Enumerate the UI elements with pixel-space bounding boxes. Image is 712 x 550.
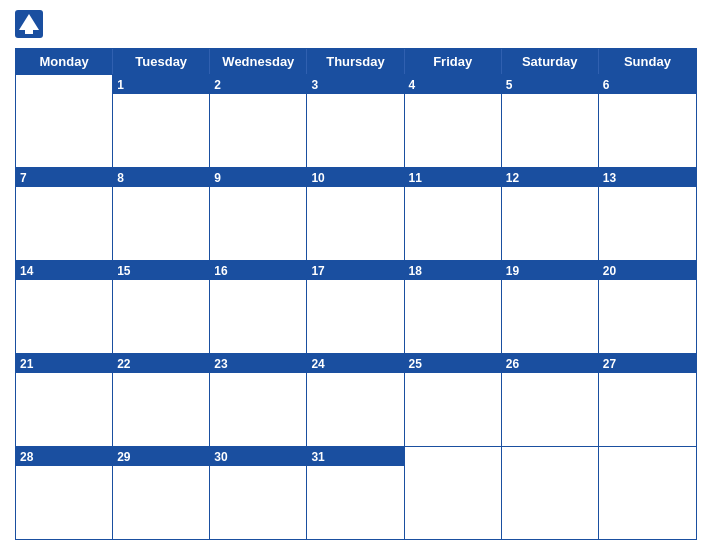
day-number-15: 15 xyxy=(113,261,209,280)
day-cell-26: 26 xyxy=(502,354,599,446)
day-cell-29: 29 xyxy=(113,447,210,539)
day-number-20: 20 xyxy=(599,261,696,280)
day-number-27: 27 xyxy=(599,354,696,373)
week-row-0: 123456 xyxy=(16,74,696,167)
day-number-30: 30 xyxy=(210,447,306,466)
day-number-17: 17 xyxy=(307,261,403,280)
week-row-1: 78910111213 xyxy=(16,167,696,260)
day-number-31: 31 xyxy=(307,447,403,466)
day-cell-empty-4-4 xyxy=(405,447,502,539)
day-cell-21: 21 xyxy=(16,354,113,446)
day-number-22: 22 xyxy=(113,354,209,373)
day-header-saturday: Saturday xyxy=(502,49,599,74)
day-cell-5: 5 xyxy=(502,75,599,167)
day-number-21: 21 xyxy=(16,354,112,373)
week-row-2: 14151617181920 xyxy=(16,260,696,353)
day-number-13: 13 xyxy=(599,168,696,187)
day-header-thursday: Thursday xyxy=(307,49,404,74)
day-cell-14: 14 xyxy=(16,261,113,353)
day-cell-30: 30 xyxy=(210,447,307,539)
day-cell-17: 17 xyxy=(307,261,404,353)
day-number-19: 19 xyxy=(502,261,598,280)
day-cell-25: 25 xyxy=(405,354,502,446)
header xyxy=(15,10,697,42)
day-number-10: 10 xyxy=(307,168,403,187)
day-cell-23: 23 xyxy=(210,354,307,446)
day-cell-2: 2 xyxy=(210,75,307,167)
day-number-29: 29 xyxy=(113,447,209,466)
day-cell-27: 27 xyxy=(599,354,696,446)
svg-rect-2 xyxy=(25,26,33,34)
calendar: MondayTuesdayWednesdayThursdayFridaySatu… xyxy=(15,48,697,540)
day-cell-28: 28 xyxy=(16,447,113,539)
day-header-sunday: Sunday xyxy=(599,49,696,74)
day-number-23: 23 xyxy=(210,354,306,373)
day-cell-24: 24 xyxy=(307,354,404,446)
day-cell-11: 11 xyxy=(405,168,502,260)
day-cell-19: 19 xyxy=(502,261,599,353)
day-cell-13: 13 xyxy=(599,168,696,260)
day-number-5: 5 xyxy=(502,75,598,94)
day-number-25: 25 xyxy=(405,354,501,373)
logo xyxy=(15,10,47,38)
week-row-3: 21222324252627 xyxy=(16,353,696,446)
day-number-14: 14 xyxy=(16,261,112,280)
day-number-1: 1 xyxy=(113,75,209,94)
day-number-24: 24 xyxy=(307,354,403,373)
day-cell-empty-4-5 xyxy=(502,447,599,539)
day-number-6: 6 xyxy=(599,75,696,94)
logo-icon xyxy=(15,10,43,38)
day-number-2: 2 xyxy=(210,75,306,94)
day-cell-8: 8 xyxy=(113,168,210,260)
day-cell-4: 4 xyxy=(405,75,502,167)
day-number-8: 8 xyxy=(113,168,209,187)
day-cell-15: 15 xyxy=(113,261,210,353)
day-number-3: 3 xyxy=(307,75,403,94)
day-cell-20: 20 xyxy=(599,261,696,353)
day-number-7: 7 xyxy=(16,168,112,187)
day-cell-empty-4-6 xyxy=(599,447,696,539)
day-number-28: 28 xyxy=(16,447,112,466)
day-header-monday: Monday xyxy=(16,49,113,74)
day-cell-22: 22 xyxy=(113,354,210,446)
day-cell-31: 31 xyxy=(307,447,404,539)
day-cell-9: 9 xyxy=(210,168,307,260)
day-number-9: 9 xyxy=(210,168,306,187)
calendar-header-row: MondayTuesdayWednesdayThursdayFridaySatu… xyxy=(16,49,696,74)
day-number-18: 18 xyxy=(405,261,501,280)
day-cell-3: 3 xyxy=(307,75,404,167)
day-cell-18: 18 xyxy=(405,261,502,353)
day-cell-16: 16 xyxy=(210,261,307,353)
day-number-4: 4 xyxy=(405,75,501,94)
day-number-16: 16 xyxy=(210,261,306,280)
day-header-wednesday: Wednesday xyxy=(210,49,307,74)
day-cell-1: 1 xyxy=(113,75,210,167)
calendar-page: MondayTuesdayWednesdayThursdayFridaySatu… xyxy=(0,0,712,550)
day-cell-7: 7 xyxy=(16,168,113,260)
day-cell-empty-0-0 xyxy=(16,75,113,167)
day-number-11: 11 xyxy=(405,168,501,187)
day-cell-10: 10 xyxy=(307,168,404,260)
day-header-tuesday: Tuesday xyxy=(113,49,210,74)
day-header-friday: Friday xyxy=(405,49,502,74)
week-row-4: 28293031 xyxy=(16,446,696,539)
day-cell-12: 12 xyxy=(502,168,599,260)
day-number-12: 12 xyxy=(502,168,598,187)
calendar-body: 1234567891011121314151617181920212223242… xyxy=(16,74,696,539)
day-number-26: 26 xyxy=(502,354,598,373)
day-cell-6: 6 xyxy=(599,75,696,167)
